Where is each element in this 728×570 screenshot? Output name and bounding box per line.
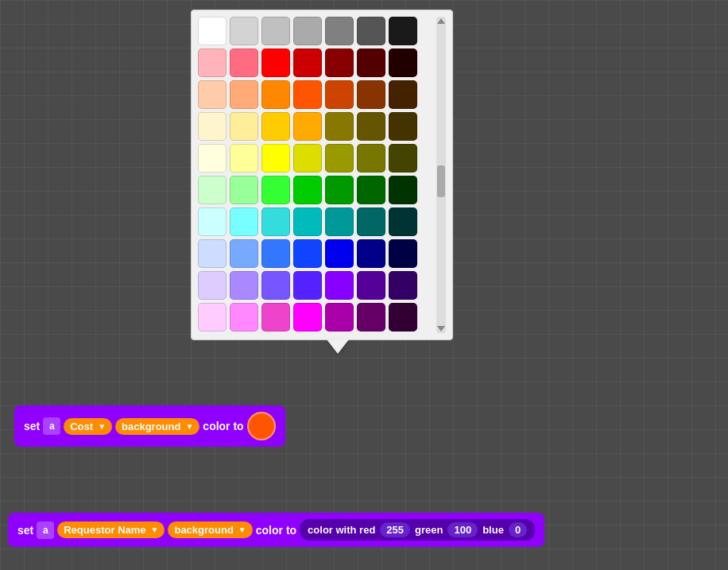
color-cell[interactable]: [261, 48, 290, 77]
color-cell[interactable]: [325, 176, 354, 204]
var-requestor-pill[interactable]: Requestor Name ▼: [57, 522, 165, 538]
scrollbar-track[interactable]: [436, 17, 446, 333]
color-dot-1[interactable]: [247, 412, 276, 440]
color-cell[interactable]: [293, 112, 322, 141]
color-cell[interactable]: [198, 144, 227, 173]
color-cell[interactable]: [389, 112, 417, 141]
color-cell[interactable]: [261, 17, 290, 45]
color-cell[interactable]: [198, 176, 227, 204]
color-cell[interactable]: [357, 17, 385, 45]
color-cell[interactable]: [325, 48, 354, 77]
var-requestor-arrow: ▼: [151, 525, 159, 534]
color-cell[interactable]: [389, 271, 417, 300]
color-cell[interactable]: [230, 144, 258, 173]
blue-label: blue: [482, 524, 504, 536]
color-grid[interactable]: [198, 17, 433, 333]
color-with-red-label: color with red: [308, 524, 375, 536]
color-cell[interactable]: [357, 80, 385, 109]
color-to-label-1: color to: [203, 420, 243, 432]
color-cell[interactable]: [198, 239, 227, 268]
color-cell[interactable]: [357, 239, 385, 268]
color-cell[interactable]: [198, 303, 227, 332]
color-cell[interactable]: [325, 207, 354, 236]
color-cell[interactable]: [198, 112, 227, 141]
color-cell[interactable]: [230, 80, 258, 109]
color-cell[interactable]: [357, 271, 385, 300]
color-cell[interactable]: [357, 144, 385, 173]
color-cell[interactable]: [230, 17, 258, 45]
color-cell[interactable]: [230, 239, 258, 268]
set-label-2: set: [17, 524, 33, 537]
color-cell[interactable]: [230, 112, 258, 141]
color-cell[interactable]: [261, 80, 290, 109]
color-cell[interactable]: [389, 80, 417, 109]
color-cell[interactable]: [230, 48, 258, 77]
scrollbar-thumb[interactable]: [437, 165, 445, 197]
background-pill-1[interactable]: background ▼: [115, 418, 199, 435]
color-cell[interactable]: [357, 48, 385, 77]
color-cell[interactable]: [389, 48, 417, 77]
color-cell[interactable]: [261, 112, 290, 141]
color-cell[interactable]: [325, 303, 354, 332]
background-pill-2[interactable]: background ▼: [168, 522, 252, 538]
color-cell[interactable]: [261, 271, 290, 300]
color-cell[interactable]: [198, 80, 227, 109]
block-row-1: set a Cost ▼ background ▼ color to: [14, 405, 285, 447]
set-label-1: set: [24, 420, 40, 432]
green-value-badge[interactable]: 100: [447, 522, 478, 537]
color-cell[interactable]: [293, 239, 322, 268]
color-cell[interactable]: [357, 207, 385, 236]
color-cell[interactable]: [389, 144, 417, 173]
color-cell[interactable]: [293, 303, 322, 332]
scroll-up-arrow[interactable]: [437, 18, 445, 24]
color-cell[interactable]: [261, 303, 290, 332]
background-label-2: background: [174, 524, 233, 536]
color-cell[interactable]: [261, 239, 290, 268]
color-cell[interactable]: [389, 176, 417, 204]
color-cell[interactable]: [293, 48, 322, 77]
color-with-red-pill[interactable]: color with red 255 green 100 blue 0: [300, 519, 535, 541]
var-cost-label: Cost: [70, 421, 93, 432]
color-cell[interactable]: [230, 303, 258, 332]
color-cell[interactable]: [230, 176, 258, 204]
color-cell[interactable]: [198, 48, 227, 77]
var-cost-pill[interactable]: Cost ▼: [64, 418, 112, 435]
color-cell[interactable]: [198, 17, 227, 45]
color-cell[interactable]: [293, 17, 322, 45]
color-cell[interactable]: [357, 176, 385, 204]
color-cell[interactable]: [357, 303, 385, 332]
color-cell[interactable]: [389, 303, 417, 332]
color-picker-popup[interactable]: [191, 10, 453, 340]
red-value-badge[interactable]: 255: [380, 522, 410, 537]
color-cell[interactable]: [325, 144, 354, 173]
color-cell[interactable]: [325, 17, 354, 45]
color-cell[interactable]: [198, 207, 227, 236]
scroll-down-arrow[interactable]: [437, 326, 445, 332]
color-cell[interactable]: [389, 17, 417, 45]
color-cell[interactable]: [293, 144, 322, 173]
blue-value-badge[interactable]: 0: [509, 522, 527, 537]
color-cell[interactable]: [325, 271, 354, 300]
color-cell[interactable]: [261, 176, 290, 204]
green-label: green: [415, 524, 443, 536]
background-label-1: background: [122, 421, 180, 432]
color-cell[interactable]: [389, 207, 417, 236]
color-cell[interactable]: [389, 239, 417, 268]
var-icon-1: a: [43, 417, 60, 435]
color-cell[interactable]: [230, 271, 258, 300]
color-cell[interactable]: [293, 80, 322, 109]
color-cell[interactable]: [325, 112, 354, 141]
color-cell[interactable]: [261, 207, 290, 236]
color-cell[interactable]: [261, 144, 290, 173]
color-cell[interactable]: [325, 80, 354, 109]
background-arrow-1: ▼: [185, 422, 193, 431]
color-cell[interactable]: [198, 271, 227, 300]
background-arrow-2: ▼: [238, 525, 246, 534]
color-cell[interactable]: [293, 176, 322, 204]
color-cell[interactable]: [230, 207, 258, 236]
color-cell[interactable]: [293, 207, 322, 236]
color-cell[interactable]: [293, 271, 322, 300]
color-cell[interactable]: [357, 112, 385, 141]
popup-arrow: [327, 339, 349, 354]
color-cell[interactable]: [325, 239, 354, 268]
